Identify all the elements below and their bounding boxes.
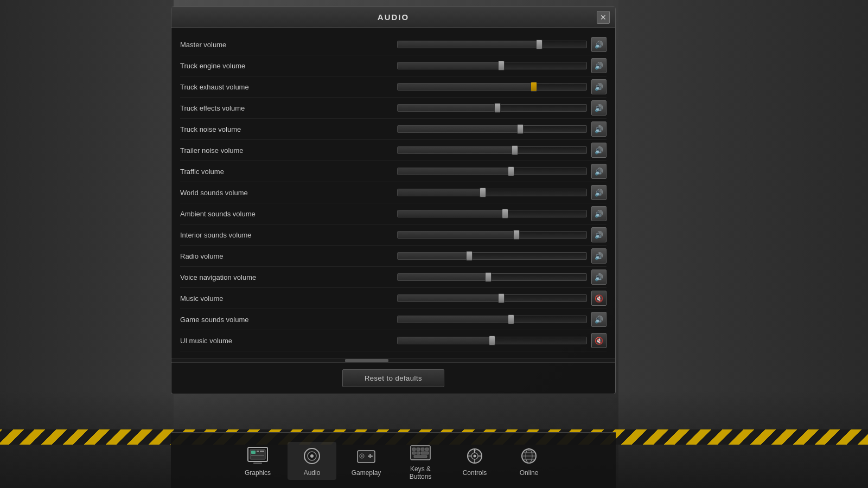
mute-button-world-sounds-volume[interactable]: 🔊 <box>591 185 607 200</box>
slider-fill-master-volume <box>398 41 539 48</box>
reset-section: Reset to defaults <box>171 362 615 394</box>
nav-icon-audio <box>299 445 325 467</box>
slider-thumb-truck-effects-volume[interactable] <box>494 103 501 113</box>
slider-track-truck-engine-volume[interactable] <box>397 62 587 69</box>
audio-settings-modal: AUDIO ✕ Master volume🔊Truck engine volum… <box>171 7 616 394</box>
slider-track-master-volume[interactable] <box>397 41 587 48</box>
mute-button-truck-engine-volume[interactable]: 🔊 <box>591 58 607 73</box>
speaker-icon-traffic-volume: 🔊 <box>595 168 603 176</box>
mute-button-trailer-noise-volume[interactable]: 🔊 <box>591 143 607 158</box>
settings-row-truck-noise-volume: Truck noise volume🔊 <box>180 119 607 140</box>
nav-label-gameplay: Gameplay <box>352 469 381 477</box>
nav-icon-graphics <box>245 445 271 467</box>
slider-track-radio-volume[interactable] <box>397 252 587 260</box>
slider-fill-radio-volume <box>398 253 469 259</box>
settings-row-trailer-noise-volume: Trailer noise volume🔊 <box>180 140 607 161</box>
slider-track-voice-navigation-volume[interactable] <box>397 273 587 281</box>
settings-row-game-sounds-volume: Game sounds volume🔊 <box>180 309 607 330</box>
mute-button-voice-navigation-volume[interactable]: 🔊 <box>591 269 607 285</box>
slider-track-world-sounds-volume[interactable] <box>397 189 587 196</box>
slider-thumb-voice-navigation-volume[interactable] <box>485 272 492 282</box>
muted-icon-ui-music-volume: 🔇 <box>595 337 603 345</box>
slider-container-ui-music-volume: 🔇 <box>397 333 607 348</box>
label-interior-sounds-volume: Interior sounds volume <box>180 231 397 239</box>
slider-track-truck-effects-volume[interactable] <box>397 104 587 112</box>
mute-button-master-volume[interactable]: 🔊 <box>591 37 607 52</box>
nav-item-keys-buttons[interactable]: Keys &Buttons <box>396 438 445 484</box>
label-trailer-noise-volume: Trailer noise volume <box>180 146 397 155</box>
slider-track-traffic-volume[interactable] <box>397 168 587 175</box>
nav-label-controls: Controls <box>463 469 487 477</box>
slider-container-traffic-volume: 🔊 <box>397 164 607 179</box>
svg-rect-24 <box>414 455 427 458</box>
svg-rect-19 <box>421 448 424 451</box>
mute-button-interior-sounds-volume[interactable]: 🔊 <box>591 227 607 242</box>
nav-item-online[interactable]: Online <box>505 442 553 480</box>
slider-track-ui-music-volume[interactable] <box>397 337 587 344</box>
svg-rect-22 <box>417 452 420 454</box>
mute-button-traffic-volume[interactable]: 🔊 <box>591 164 607 179</box>
slider-track-trailer-noise-volume[interactable] <box>397 146 587 154</box>
slider-track-game-sounds-volume[interactable] <box>397 316 587 323</box>
slider-fill-truck-exhaust-volume <box>398 84 534 90</box>
close-button[interactable]: ✕ <box>597 11 610 24</box>
slider-container-game-sounds-volume: 🔊 <box>397 312 607 327</box>
slider-thumb-traffic-volume[interactable] <box>508 166 514 176</box>
speaker-icon-ambient-sounds-volume: 🔊 <box>595 210 603 218</box>
slider-thumb-ui-music-volume[interactable] <box>489 336 495 345</box>
label-music-volume: Music volume <box>180 294 397 303</box>
svg-point-15 <box>361 455 363 457</box>
nav-item-gameplay[interactable]: Gameplay <box>342 442 391 480</box>
label-radio-volume: Radio volume <box>180 252 397 260</box>
mute-button-game-sounds-volume[interactable]: 🔊 <box>591 312 607 327</box>
label-world-sounds-volume: World sounds volume <box>180 189 397 197</box>
slider-fill-world-sounds-volume <box>398 189 483 196</box>
slider-thumb-trailer-noise-volume[interactable] <box>512 145 518 155</box>
nav-item-graphics[interactable]: Graphics <box>233 442 282 480</box>
settings-row-master-volume: Master volume🔊 <box>180 34 607 55</box>
slider-container-voice-navigation-volume: 🔊 <box>397 269 607 285</box>
slider-thumb-world-sounds-volume[interactable] <box>480 188 486 197</box>
nav-item-controls[interactable]: Controls <box>450 442 499 480</box>
svg-rect-3 <box>257 451 259 452</box>
nav-item-audio[interactable]: Audio <box>288 442 336 480</box>
hscroll-thumb <box>345 359 388 362</box>
slider-container-truck-effects-volume: 🔊 <box>397 100 607 115</box>
slider-track-music-volume[interactable] <box>397 294 587 302</box>
mute-button-truck-effects-volume[interactable]: 🔊 <box>591 100 607 115</box>
mute-button-ui-music-volume[interactable]: 🔇 <box>591 333 607 348</box>
speaker-icon-master-volume: 🔊 <box>595 41 603 49</box>
slider-track-ambient-sounds-volume[interactable] <box>397 210 587 217</box>
speaker-icon-truck-exhaust-volume: 🔊 <box>595 83 603 91</box>
bottom-navigation: Graphics Audio Gameplay Keys &Buttons Co… <box>171 432 616 488</box>
slider-track-truck-exhaust-volume[interactable] <box>397 83 587 91</box>
mute-button-music-volume[interactable]: 🔇 <box>591 291 607 306</box>
label-truck-effects-volume: Truck effects volume <box>180 104 397 112</box>
svg-rect-21 <box>412 452 416 454</box>
slider-thumb-music-volume[interactable] <box>498 293 505 303</box>
speaker-icon-radio-volume: 🔊 <box>595 252 603 260</box>
slider-track-truck-noise-volume[interactable] <box>397 125 587 133</box>
reset-defaults-button[interactable]: Reset to defaults <box>342 369 444 387</box>
slider-thumb-truck-exhaust-volume[interactable] <box>531 82 537 92</box>
nav-icon-online <box>516 445 542 467</box>
slider-thumb-ambient-sounds-volume[interactable] <box>502 209 508 219</box>
slider-thumb-interior-sounds-volume[interactable] <box>513 230 520 240</box>
slider-thumb-game-sounds-volume[interactable] <box>508 314 514 324</box>
slider-thumb-radio-volume[interactable] <box>466 251 473 261</box>
horizontal-scrollbar[interactable] <box>171 358 615 362</box>
slider-container-truck-exhaust-volume: 🔊 <box>397 79 607 94</box>
slider-thumb-master-volume[interactable] <box>536 40 542 49</box>
slider-track-interior-sounds-volume[interactable] <box>397 231 587 239</box>
slider-thumb-truck-noise-volume[interactable] <box>517 124 524 134</box>
mute-button-ambient-sounds-volume[interactable]: 🔊 <box>591 206 607 221</box>
svg-rect-14 <box>368 455 373 457</box>
mute-button-truck-noise-volume[interactable]: 🔊 <box>591 121 607 137</box>
slider-thumb-truck-engine-volume[interactable] <box>498 61 505 70</box>
speaker-icon-truck-noise-volume: 🔊 <box>595 125 603 133</box>
svg-rect-20 <box>425 448 429 451</box>
slider-container-master-volume: 🔊 <box>397 37 607 52</box>
mute-button-radio-volume[interactable]: 🔊 <box>591 248 607 264</box>
svg-rect-5 <box>251 455 264 456</box>
mute-button-truck-exhaust-volume[interactable]: 🔊 <box>591 79 607 94</box>
